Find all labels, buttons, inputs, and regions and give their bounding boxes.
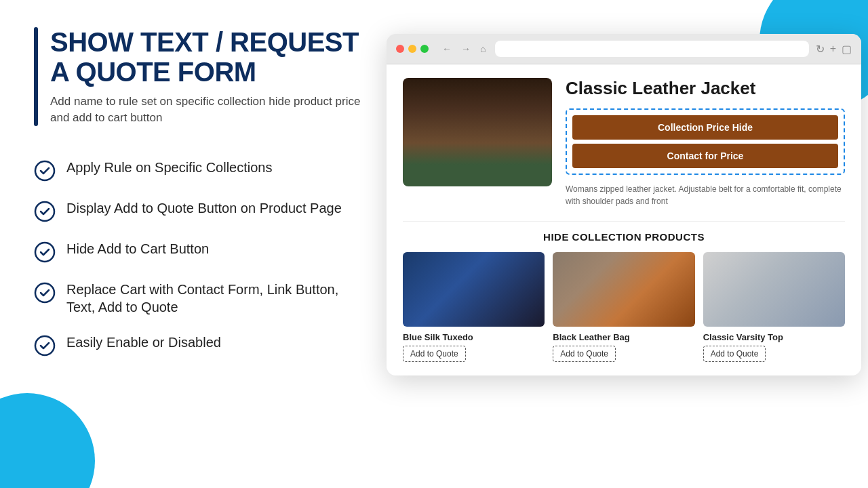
feature-text-2: Display Add to Quote Button on Product P… bbox=[66, 199, 342, 217]
product-card-image-tuxedo bbox=[403, 252, 545, 327]
product-card-tuxedo: Blue Silk Tuxedo Add to Quote bbox=[403, 252, 545, 362]
minimize-dot[interactable] bbox=[408, 45, 416, 53]
add-to-quote-button-2[interactable]: Add to Quote bbox=[553, 346, 616, 362]
product-card-name-3: Classic Varsity Top bbox=[703, 332, 845, 342]
list-item: Display Add to Quote Button on Product P… bbox=[34, 199, 366, 222]
checkmark-icon bbox=[34, 335, 56, 357]
browser-navigation: ← → ⌂ bbox=[439, 42, 488, 56]
svg-point-1 bbox=[35, 202, 54, 221]
back-icon[interactable]: ← bbox=[439, 42, 454, 56]
product-card-varsity: Classic Varsity Top Add to Quote bbox=[703, 252, 845, 362]
product-card-name-1: Blue Silk Tuxedo bbox=[403, 332, 545, 342]
home-icon[interactable]: ⌂ bbox=[477, 42, 488, 56]
product-detail: Classic Leather Jacket Collection Price … bbox=[403, 78, 845, 207]
feature-text-4: Replace Cart with Contact Form, Link But… bbox=[66, 281, 366, 316]
heading-text: SHOW TEXT / REQUEST A QUOTE FORM Add nam… bbox=[50, 27, 366, 126]
add-to-quote-button-1[interactable]: Add to Quote bbox=[403, 346, 466, 362]
heading-bar bbox=[34, 27, 38, 126]
product-image bbox=[403, 78, 552, 186]
product-buttons-box: Collection Price Hide Contact for Price bbox=[566, 108, 845, 175]
list-item: Apply Rule on Specific Collections bbox=[34, 159, 366, 182]
product-info: Classic Leather Jacket Collection Price … bbox=[566, 78, 845, 207]
fullscreen-dot[interactable] bbox=[420, 45, 429, 53]
forward-icon[interactable]: → bbox=[458, 42, 473, 56]
browser-traffic-lights bbox=[396, 45, 429, 53]
browser-actions: ↻ + ▢ bbox=[816, 43, 852, 56]
page-subtitle: Add name to rule set on specific collect… bbox=[50, 94, 366, 126]
products-grid: Blue Silk Tuxedo Add to Quote Black Leat… bbox=[403, 252, 845, 362]
checkmark-icon bbox=[34, 241, 56, 263]
product-card-image-varsity bbox=[703, 252, 845, 327]
svg-point-4 bbox=[35, 336, 54, 355]
list-item: Replace Cart with Contact Form, Link But… bbox=[34, 281, 366, 316]
add-to-quote-button-3[interactable]: Add to Quote bbox=[703, 346, 766, 362]
product-name: Classic Leather Jacket bbox=[566, 78, 845, 99]
contact-for-price-button[interactable]: Contact for Price bbox=[572, 144, 838, 168]
more-icon[interactable]: ▢ bbox=[842, 43, 852, 56]
browser-mockup: ← → ⌂ ↻ + ▢ bbox=[387, 34, 861, 375]
product-image-box bbox=[403, 78, 552, 186]
features-list: Apply Rule on Specific Collections Displ… bbox=[34, 159, 366, 357]
checkmark-icon bbox=[34, 282, 56, 304]
new-tab-icon[interactable]: + bbox=[830, 43, 836, 56]
product-card-name-2: Black Leather Bag bbox=[553, 332, 694, 342]
close-dot[interactable] bbox=[396, 45, 404, 53]
page-title: SHOW TEXT / REQUEST A QUOTE FORM bbox=[50, 27, 366, 87]
product-card-image-bag bbox=[553, 252, 694, 327]
svg-point-0 bbox=[35, 161, 54, 180]
svg-point-2 bbox=[35, 243, 54, 262]
hide-collection-section: HIDE COLLECTION PRODUCTS Blue Silk Tuxed… bbox=[403, 221, 845, 362]
svg-point-3 bbox=[35, 283, 54, 302]
feature-text-3: Hide Add to Cart Button bbox=[66, 240, 209, 258]
product-card-bag: Black Leather Bag Add to Quote bbox=[553, 252, 694, 362]
collection-section-title: HIDE COLLECTION PRODUCTS bbox=[403, 231, 845, 243]
product-description: Womans zipped leather jacket. Adjustable… bbox=[566, 183, 845, 207]
feature-text-1: Apply Rule on Specific Collections bbox=[66, 159, 273, 176]
checkmark-icon bbox=[34, 160, 56, 182]
refresh-icon[interactable]: ↻ bbox=[816, 43, 825, 56]
list-item: Hide Add to Cart Button bbox=[34, 240, 366, 263]
address-bar[interactable] bbox=[495, 41, 808, 57]
browser-bar: ← → ⌂ ↻ + ▢ bbox=[387, 34, 861, 64]
left-panel: SHOW TEXT / REQUEST A QUOTE FORM Add nam… bbox=[34, 27, 366, 468]
browser-content: Classic Leather Jacket Collection Price … bbox=[387, 64, 861, 375]
list-item: Easily Enable or Disabled bbox=[34, 333, 366, 357]
heading-block: SHOW TEXT / REQUEST A QUOTE FORM Add nam… bbox=[34, 27, 366, 126]
collection-price-hide-button[interactable]: Collection Price Hide bbox=[572, 115, 838, 140]
checkmark-icon bbox=[34, 201, 56, 222]
right-panel: ← → ⌂ ↻ + ▢ bbox=[387, 27, 861, 468]
feature-text-5: Easily Enable or Disabled bbox=[66, 333, 221, 351]
